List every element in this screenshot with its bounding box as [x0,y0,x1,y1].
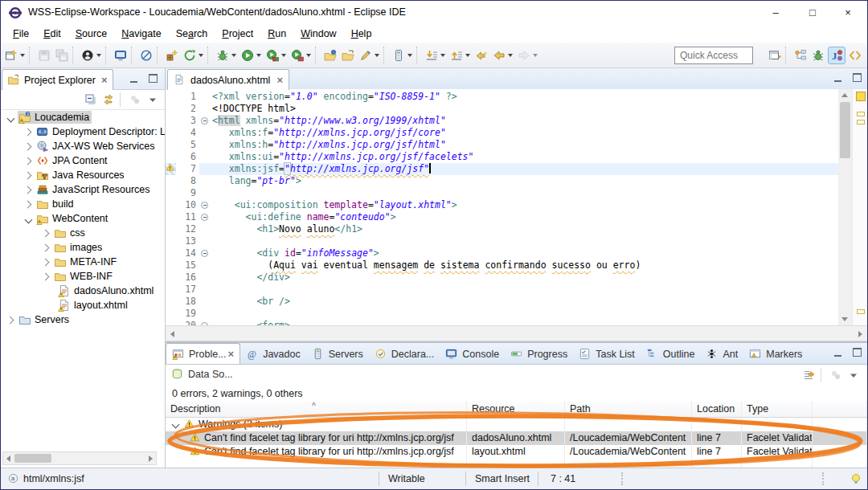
debug-button[interactable] [215,47,238,63]
code-line-17[interactable]: 17 [166,284,838,296]
server-view-button[interactable] [391,47,414,63]
quick-access-input[interactable] [674,47,753,64]
minimize-view-button[interactable] [126,74,141,85]
tab-servers[interactable]: Servers [306,344,369,364]
problem-row-layout-xhtml[interactable]: Can't find facelet tag library for uri h… [166,445,867,459]
save-all-button[interactable] [54,47,70,63]
dropdown-caret-icon[interactable] [199,54,203,57]
profile-button[interactable] [289,47,313,63]
dropdown-caret-icon[interactable] [465,54,470,57]
terminal-button[interactable] [113,47,129,63]
last-edit-location-button[interactable] [473,47,489,63]
menu-navigate[interactable]: Navigate [114,28,168,39]
menu-help[interactable]: Help [344,28,379,39]
close-view-icon[interactable]: × [228,349,235,359]
close-window-button[interactable]: × [830,1,866,25]
scroll-right-icon[interactable] [149,455,153,462]
filter-button[interactable] [801,367,817,383]
view-menu-button[interactable] [145,92,161,108]
link-editor-button[interactable] [100,92,117,108]
editor-scroll-thumb[interactable] [840,102,850,158]
tab-progress[interactable]: Progress [505,344,573,364]
menu-run[interactable]: Run [260,28,293,39]
scroll-up-icon[interactable] [841,93,848,97]
tree-item-webcontent[interactable]: WebContent [1,211,165,226]
publish-button[interactable] [182,47,205,63]
maximize-view-button[interactable] [145,74,160,85]
tree-item-css[interactable]: css [1,226,165,240]
forward-button[interactable] [516,47,539,63]
tree-item-layout-xhtml[interactable]: layout.xhtml [1,298,165,312]
editor-vscrollbar[interactable] [838,89,852,325]
tree-item-jax-ws-web-services[interactable]: JAX-WS Web Services [1,139,165,153]
import-folder-button[interactable] [322,47,338,63]
resource-navigate-button[interactable] [847,47,863,63]
column-header-type[interactable]: Type [742,401,813,417]
editor-hscrollbar[interactable] [166,325,867,341]
expander-closed-icon[interactable] [24,200,32,208]
menu-search[interactable]: Search [169,28,215,39]
code-line-10[interactable]: 10 <ui:composition template="layout.xhtm… [166,199,838,211]
tab-declara[interactable]: Declara... [369,344,440,364]
debug-perspective-button[interactable] [810,47,826,63]
dropdown-caret-icon[interactable] [96,54,101,57]
lightbulb-icon[interactable] [850,472,862,488]
tree-item-meta-inf[interactable]: META-INF [1,255,165,269]
code-line-20[interactable]: 20 <form> [166,320,838,325]
problems-table-header[interactable]: DescriptionResourcePathLocationType^ [166,401,867,418]
scroll-right-icon[interactable] [858,331,862,337]
tab-task-list[interactable]: Task List [573,344,641,364]
tab-console[interactable]: Console [440,344,505,364]
dropdown-caret-icon[interactable] [440,54,445,57]
code-editor[interactable]: 1<?xml version="1.0" encoding="ISO-8859-… [166,89,838,325]
expander-closed-icon[interactable] [24,142,32,150]
user-profile-button[interactable] [80,47,103,63]
fold-marker-icon[interactable] [201,202,208,209]
close-editor-tab-icon[interactable]: × [276,76,283,85]
collapse-all-button[interactable] [83,92,99,108]
code-line-3[interactable]: 3<html xmlns="http://www.w3.org/1999/xht… [166,115,838,127]
build-all-button[interactable] [164,47,180,63]
fold-marker-icon[interactable] [201,214,208,221]
column-header-location[interactable]: Location [692,401,742,417]
back-button[interactable] [491,47,514,63]
tree-item-loucademia[interactable]: JLoucademia [1,110,165,125]
tree-item-servers[interactable]: Servers [1,312,165,327]
expander-closed-icon[interactable] [42,229,50,237]
fold-marker-icon[interactable] [201,117,208,125]
overview-warning-mark[interactable] [857,112,865,116]
overview-warning-mark[interactable] [857,309,865,314]
overview-warning-mark[interactable] [857,120,865,125]
menu-edit[interactable]: Edit [36,28,68,39]
tab-javadoc[interactable]: @Javadoc [240,344,306,364]
dropdown-caret-icon[interactable] [231,54,236,57]
minimize-window-button[interactable]: – [758,1,793,25]
tab-markers[interactable]: Markers [743,344,808,364]
tree-item-deployment-descriptor-l[interactable]: 4.0Deployment Descriptor: L [1,125,165,139]
expander-closed-icon[interactable] [24,171,32,179]
tree-item-jpa-content[interactable]: JPA Content [1,153,165,168]
column-header-resource[interactable]: Resource [467,401,565,417]
minimize-view-button[interactable] [830,348,845,359]
code-line-2[interactable]: 2<!DOCTYPE html> [166,103,838,115]
scroll-thumb[interactable] [14,454,51,463]
tree-item-web-inf[interactable]: WEB-INF [1,269,165,284]
project-explorer-hscrollbar[interactable] [2,451,157,465]
expander-open-icon[interactable] [172,421,180,429]
column-header-path[interactable]: Path [565,401,692,417]
save-button[interactable] [36,47,52,63]
focus-task-button[interactable] [828,367,844,383]
dropdown-caret-icon[interactable] [508,54,513,57]
tree-item-images[interactable]: images [1,240,165,255]
scroll-left-icon[interactable] [6,455,10,462]
dropdown-caret-icon[interactable] [533,54,538,57]
warnings-group-row[interactable]: Warnings (2 items) [166,418,867,431]
problem-row-dadosaluno-xhtml[interactable]: Can't find facelet tag library for uri h… [166,431,867,445]
export-folder-button[interactable] [340,47,356,63]
menu-source[interactable]: Source [68,28,115,39]
prev-annotation-button[interactable] [448,47,472,63]
code-line-9[interactable]: 9 [166,187,838,199]
open-perspective-button[interactable] [767,47,783,63]
code-line-12[interactable]: 12 <h1>Novo aluno</h1> [166,223,838,235]
java-ee-perspective-button[interactable] [792,47,809,63]
